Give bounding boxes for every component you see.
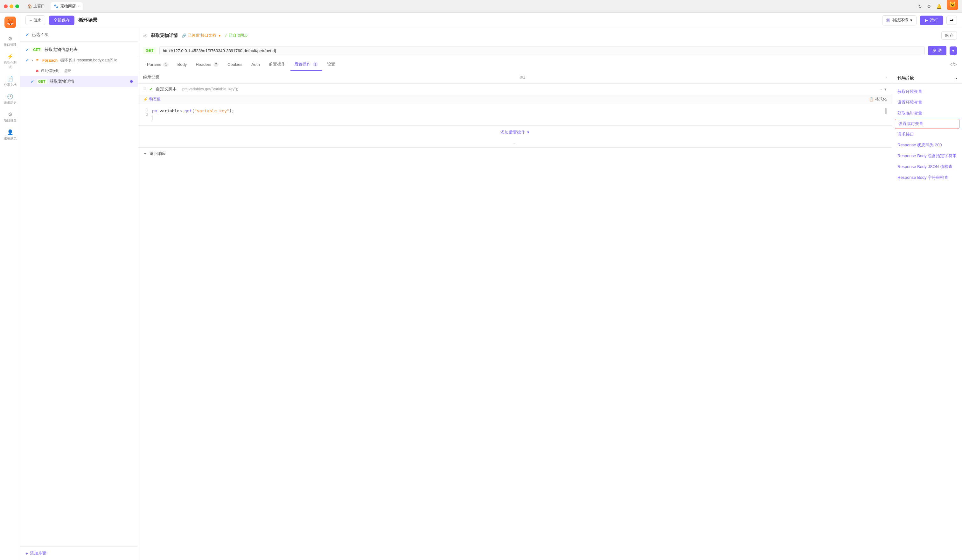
left-panel: ✔ 已选 4 项 ✔ GET 获取宠物信息列表 ✔ ▾ ⟳ For	[20, 28, 138, 560]
tab-body[interactable]: Body	[174, 59, 191, 71]
scroll-indicator[interactable]	[885, 108, 886, 114]
snippet-get-env-var-label: 获取环境变量	[897, 89, 922, 94]
dynamic-icon: ⚡	[143, 97, 148, 102]
toolbar-right: 测 测试环境 ▾ ▶ 运行 ⇌	[882, 15, 957, 26]
code-editor[interactable]: 1 2 pm.variables.get("variable_key");	[138, 104, 892, 125]
request-title: 获取宠物详情	[151, 33, 178, 39]
code-content: pm.variables.get("variable_key");	[152, 108, 881, 121]
snippet-body-json[interactable]: Response Body JSON 值检查	[893, 161, 962, 172]
format-button[interactable]: 📋 格式化	[869, 97, 886, 102]
scene-title: 循环场景	[78, 17, 97, 23]
add-postaction-button[interactable]: 添加后置操作 ▾	[138, 125, 892, 139]
code-toolbar: ⚡ 动态值 📋 格式化	[138, 95, 892, 104]
url-bar: GET 发 送 ▾	[138, 43, 962, 58]
home-tab[interactable]: 🏠 主窗口	[24, 2, 48, 10]
home-tab-label: 主窗口	[34, 3, 45, 9]
method-badge: GET	[143, 47, 156, 54]
tab-auth[interactable]: Auth	[247, 59, 264, 71]
back-label: 退出	[34, 18, 42, 23]
return-response-label: 返回响应	[150, 151, 166, 157]
run-button[interactable]: ▶ 运行	[920, 16, 943, 25]
snippet-status-200[interactable]: Response 状态码为 200	[893, 140, 962, 150]
auto-sync-status: ✓ 已自动同步	[224, 33, 248, 38]
snippet-body-json-label: Response Body JSON 值检查	[897, 164, 952, 169]
sidebar-item-docs-label: 分享文档	[4, 83, 16, 87]
script-collapse-button[interactable]: ▾	[885, 87, 886, 92]
sidebar-item-docs[interactable]: 📄 分享文档	[2, 73, 18, 90]
tab-cookies[interactable]: Cookies	[224, 59, 246, 71]
send-dropdown-button[interactable]: ▾	[950, 47, 957, 55]
script-check-icon: ✔	[149, 87, 153, 92]
add-step-button[interactable]: + 添加步骤	[20, 546, 138, 560]
steps-list: ✔ GET 获取宠物信息列表 ✔ ▾ ⟳ ForEach 循环 {$.1.res…	[20, 42, 138, 546]
script-item-header[interactable]: ⠿ ✔ 自定义脚本 pm.variables.get("variable_key…	[138, 84, 892, 95]
sidebar-item-history[interactable]: 🕐 请求历史	[2, 91, 18, 108]
tab-pre-action-label: 前置操作	[269, 62, 286, 66]
close-button[interactable]	[4, 5, 8, 8]
back-button[interactable]: ← 退出	[26, 15, 45, 25]
script-more-button[interactable]: ···	[878, 87, 882, 92]
chevron-down-icon: ▾	[218, 34, 221, 38]
auto-sync-label: 已自动同步	[229, 33, 248, 38]
dynamic-value-button[interactable]: ⚡ 动态值	[143, 97, 161, 102]
snippet-set-env-var[interactable]: 设置环境变量	[893, 97, 962, 108]
inherit-row[interactable]: 继承父级 0/1 ›	[138, 71, 892, 84]
sidebar-item-invite[interactable]: 👤 邀请成员	[2, 127, 18, 143]
settings-icon[interactable]: ⚙	[927, 4, 931, 9]
steps-check-icon: ✔	[26, 32, 29, 37]
refresh-icon[interactable]: ↻	[918, 4, 922, 9]
step-item-4[interactable]: ✔ GET 获取宠物详情	[20, 76, 138, 87]
url-input[interactable]	[160, 46, 925, 55]
return-response-row[interactable]: ▼ 返回响应	[138, 147, 892, 160]
notification-icon[interactable]: 🔔	[936, 4, 942, 9]
tab-params[interactable]: Params 1	[143, 59, 173, 71]
snippet-set-temp-var[interactable]: 设置临时变量	[895, 119, 959, 129]
snippets-title: 代码片段	[897, 75, 914, 81]
env-selector[interactable]: 测 测试环境 ▾	[882, 15, 917, 26]
minimize-button[interactable]	[10, 5, 13, 8]
snippet-body-string-label: Response Body 字符串检查	[897, 175, 948, 180]
tab-settings[interactable]: 设置	[323, 58, 339, 71]
tab-headers-label: Headers	[195, 62, 211, 67]
code-view-icon[interactable]: </>	[950, 62, 957, 68]
snippet-body-contains[interactable]: Response Body 包含指定字符串	[893, 150, 962, 161]
divider: ···	[138, 139, 892, 147]
snippet-body-string[interactable]: Response Body 字符串检查	[893, 172, 962, 183]
snippet-get-env-var[interactable]: 获取环境变量	[893, 86, 962, 97]
tab-headers[interactable]: Headers 7	[192, 59, 222, 71]
code-line-2	[152, 115, 881, 121]
sidebar-item-autotest[interactable]: ⚡ 自动化测试	[2, 51, 18, 72]
sidebar-item-api[interactable]: ⚙ 接口管理	[2, 33, 18, 50]
save-all-button[interactable]: 全部保存	[49, 16, 74, 25]
tab-headers-badge: 7	[213, 62, 218, 67]
step2-method-badge: ⟳	[36, 58, 39, 62]
tab-settings-label: 设置	[327, 62, 335, 66]
save-button[interactable]: 保 存	[941, 31, 957, 40]
snippet-get-temp-var[interactable]: 获取临时变量	[893, 108, 962, 119]
tab-close-button[interactable]: ×	[77, 5, 79, 8]
snippet-request-api[interactable]: 请求接口	[893, 129, 962, 140]
history-icon: 🕐	[7, 94, 13, 100]
active-tab[interactable]: 🐾 宠物商店 ×	[50, 2, 83, 10]
sidebar-item-settings-label: 项目设置	[4, 118, 16, 123]
step-item-3[interactable]: ✖ 遇到错误时 忽略	[20, 66, 138, 76]
maximize-button[interactable]	[15, 5, 19, 8]
title-bar: 🏠 主窗口 🐾 宠物商店 × ↻ ⚙ 🔔 🐱	[0, 0, 962, 13]
tab-pre-action[interactable]: 前置操作	[265, 58, 289, 71]
sidebar-item-settings[interactable]: ⚙ 项目设置	[2, 109, 18, 125]
avatar[interactable]: 🐱	[947, 0, 958, 10]
step-item-1[interactable]: ✔ GET 获取宠物信息列表	[20, 44, 138, 55]
step-item-2[interactable]: ✔ ▾ ⟳ ForEach 循环 {$.1.response.body.data…	[20, 55, 138, 66]
tab-params-label: Params	[147, 62, 161, 67]
run-settings-button[interactable]: ⇌	[946, 16, 957, 25]
run-label: 运行	[930, 18, 938, 23]
inherit-count: 0/1	[520, 75, 525, 79]
send-button[interactable]: 发 送	[928, 46, 946, 55]
save-all-label: 全部保存	[53, 18, 70, 23]
step1-name: 获取宠物信息列表	[45, 47, 133, 53]
tab-post-action[interactable]: 后置操作 1	[291, 58, 322, 71]
chevron-down-icon: ▾	[31, 58, 33, 62]
linked-doc-button[interactable]: 🔗 已关联"接口文档" ▾	[182, 33, 221, 38]
tab-cookies-label: Cookies	[228, 62, 242, 67]
traffic-lights	[4, 5, 19, 8]
